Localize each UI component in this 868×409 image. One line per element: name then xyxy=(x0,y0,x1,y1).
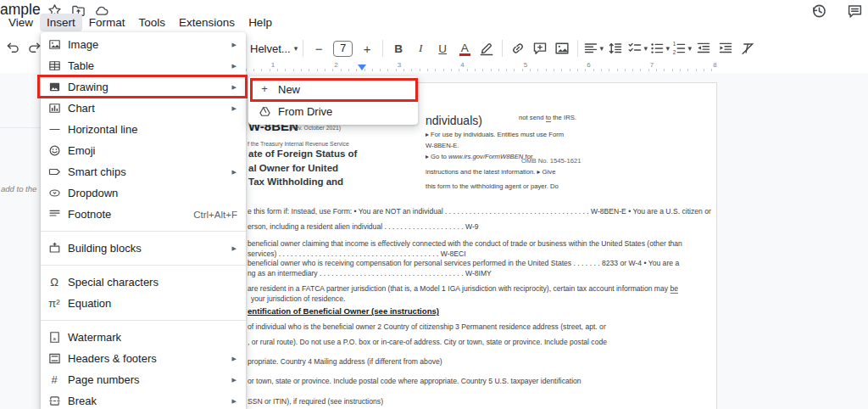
menubar: ViewInsertFormatToolsExtensionsHelp xyxy=(2,14,279,31)
insert-menu-item-chart[interactable]: Chart▶ xyxy=(41,98,246,119)
insert-menu-item-dropdown[interactable]: Dropdown xyxy=(41,182,246,204)
comments-icon[interactable] xyxy=(847,3,863,20)
menu-item-label: Smart chips xyxy=(68,165,232,178)
indent-increase-icon xyxy=(718,41,733,56)
plus-icon: + xyxy=(258,82,271,96)
menu-item-label: Equation xyxy=(68,297,246,310)
insert-menu-item-image[interactable]: Image▶ xyxy=(41,34,246,55)
doc-text-fragment: this form to the withholding agent or pa… xyxy=(426,183,559,191)
menu-item-label: Building blocks xyxy=(68,242,232,255)
doc-text: your jurisdiction of residence. xyxy=(251,294,345,303)
insert-menu-item-building-blocks[interactable]: Building blocks▶ xyxy=(41,238,246,259)
menu-item-label: Table xyxy=(68,59,232,72)
menu-item-label: New xyxy=(278,83,418,96)
doc-text: f the Treasury Internal Revenue Service xyxy=(248,141,349,147)
submenu-arrow-icon: ▶ xyxy=(232,105,236,112)
emoji-icon xyxy=(47,144,61,158)
doc-text: ndividuals) xyxy=(426,114,482,127)
menu-item-label: From Drive xyxy=(278,105,418,118)
doc-text-fragment: entification of Beneficial Owner (see in… xyxy=(248,306,439,316)
image-icon xyxy=(47,38,61,52)
doc-text: are resident in a FATCA partner jurisdic… xyxy=(248,284,670,293)
clear-formatting-button[interactable] xyxy=(737,38,758,59)
doc-text: al Owner for United xyxy=(248,163,338,173)
doc-text: services) . . . . . . . . . . . . . . . … xyxy=(248,249,466,258)
table-icon xyxy=(47,59,61,73)
doc-text-fragment: SSN or ITIN), if required (see instructi… xyxy=(248,398,383,406)
watermark-icon: a xyxy=(47,331,61,345)
insert-menu-item-footnote[interactable]: FootnoteCtrl+Alt+F xyxy=(41,204,246,225)
doc-text-fragment: ▸ For use by individuals. Entities must … xyxy=(426,132,564,139)
menu-divider xyxy=(41,265,246,266)
doc-text: erson, including a resident alien indivi… xyxy=(248,222,479,231)
insert-menu-item-equation[interactable]: π²Equation xyxy=(41,293,246,314)
menu-item-label: Drawing xyxy=(68,81,232,93)
doc-text-fragment: ate of Foreign Status of xyxy=(248,148,357,160)
drawing-submenu-item-from-drive[interactable]: From Drive xyxy=(248,100,418,122)
doc-text: entification of Beneficial Owner (see in… xyxy=(248,306,439,316)
submenu-arrow-icon: ▶ xyxy=(232,169,236,176)
doc-text: www.irs.gov/FormW8BEN xyxy=(448,153,523,160)
doc-text: W-8BEN-E. xyxy=(426,142,459,149)
menubar-item-extensions[interactable]: Extensions xyxy=(172,14,242,31)
indent-marker[interactable] xyxy=(358,64,366,70)
doc-text-fragment: ng as an intermediary . . . . . . . . . … xyxy=(248,270,492,278)
doc-text-fragment: (Rev. October 2021) xyxy=(289,125,341,132)
menu-divider xyxy=(41,320,246,321)
doc-text-fragment: f the Treasury Internal Revenue Service xyxy=(248,141,349,148)
doc-text-fragment: ▸ Go to www.irs.gov/FormW8BEN for xyxy=(426,154,532,161)
submenu-arrow-icon: ▶ xyxy=(232,63,236,70)
insert-menu-item-page-numbers[interactable]: #Page numbers▶ xyxy=(41,369,246,390)
submenu-arrow-icon: ▶ xyxy=(232,356,236,362)
insert-menu-item-watermark[interactable]: aWatermark xyxy=(41,327,246,348)
insert-menu-item-emoji[interactable]: Emoji xyxy=(41,140,246,161)
menu-divider xyxy=(41,231,246,232)
doc-text: OMB No. 1545-1621 xyxy=(521,157,581,165)
insert-menu-item-headers-footers[interactable]: Headers & footers▶ xyxy=(41,348,246,369)
doc-text-fragment: Tax Withholding and xyxy=(248,176,343,188)
doc-text: add to the xyxy=(1,184,36,193)
doc-text: SSN or ITIN), if required (see instructi… xyxy=(248,397,383,406)
drawing-submenu-item-new[interactable]: +New xyxy=(248,78,418,100)
clear-formatting-icon xyxy=(740,41,755,56)
doc-text: propriate. Country 4 Mailing address (if… xyxy=(248,357,442,366)
insert-menu-item-special-characters[interactable]: ΩSpecial characters xyxy=(41,272,246,293)
doc-text-fragment: of individual who is the beneficial owne… xyxy=(248,323,606,332)
menubar-item-help[interactable]: Help xyxy=(242,14,279,31)
smart-chips-icon xyxy=(47,165,61,179)
doc-text-fragment: add to the xyxy=(1,185,36,194)
doc-text-fragment: OMB No. 1545-1621 xyxy=(521,158,581,165)
menubar-item-format[interactable]: Format xyxy=(82,14,132,31)
menu-item-label: Special characters xyxy=(68,276,246,289)
menubar-item-insert[interactable]: Insert xyxy=(40,14,82,31)
drive-icon xyxy=(258,104,271,118)
special-characters-icon: Ω xyxy=(47,276,61,289)
doc-text-fragment: al Owner for United xyxy=(248,163,338,174)
menubar-item-view[interactable]: View xyxy=(2,14,40,31)
doc-text-fragment: your jurisdiction of residence. xyxy=(251,295,345,304)
menu-item-label: Image xyxy=(68,38,232,51)
doc-text: the IRS. xyxy=(551,114,576,121)
equation-icon: π² xyxy=(47,297,61,311)
insert-menu-item-smart-chips[interactable]: Smart chips▶ xyxy=(41,161,246,182)
menu-item-label: Chart xyxy=(68,102,232,115)
doc-text: instructions and the latest information.… xyxy=(426,168,555,176)
version-history-icon[interactable] xyxy=(810,3,827,20)
insert-menu-item-horizontal-line[interactable]: Horizontal line xyxy=(41,119,246,140)
insert-menu: Image▶Table▶Drawing▶Chart▶Horizontal lin… xyxy=(41,32,246,409)
doc-text: not send xyxy=(519,114,546,121)
chart-icon xyxy=(47,102,61,115)
doc-text: ate of Foreign Status of xyxy=(248,148,357,159)
headers-footers-icon xyxy=(47,352,61,366)
insert-menu-item-drawing[interactable]: Drawing▶ xyxy=(41,76,246,98)
insert-menu-item-table[interactable]: Table▶ xyxy=(41,55,246,76)
menu-item-label: Break xyxy=(68,395,232,407)
insert-menu-item-break[interactable]: Break▶ xyxy=(41,390,246,409)
menubar-item-tools[interactable]: Tools xyxy=(132,14,173,31)
doc-text-fragment: erson, including a resident alien indivi… xyxy=(248,223,479,232)
increase-indent-button[interactable] xyxy=(715,38,736,59)
google-docs-window: ample ViewInsertFormatToolsExtensionsHel… xyxy=(0,0,868,409)
doc-text-fragment: beneficial owner claiming that income is… xyxy=(248,240,682,249)
submenu-arrow-icon: ▶ xyxy=(232,398,236,405)
doc-text-fragment: not send to the IRS. xyxy=(519,115,576,122)
